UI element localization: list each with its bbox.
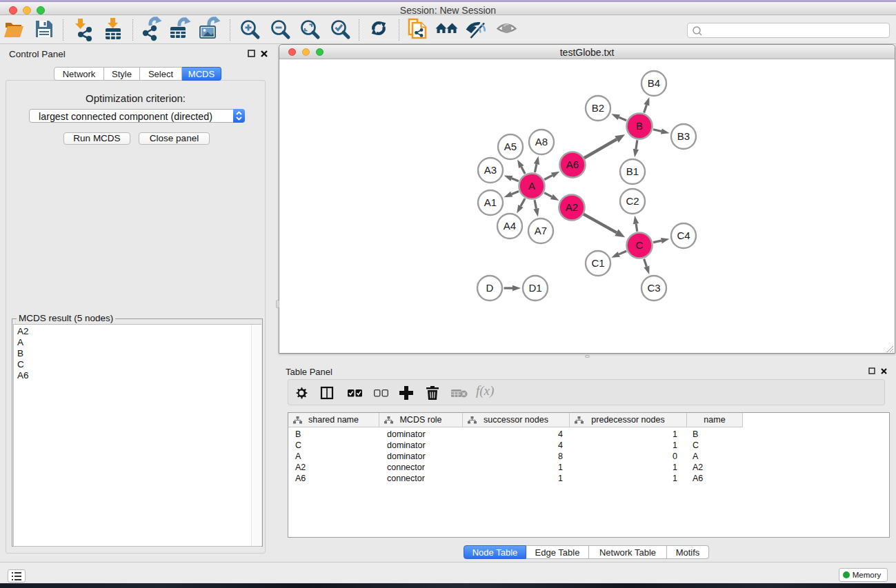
- svg-text:C2: C2: [626, 195, 639, 207]
- svg-text:A4: A4: [504, 220, 516, 232]
- svg-text:D1: D1: [528, 282, 541, 294]
- svg-text:A6: A6: [566, 159, 579, 170]
- svg-text:B4: B4: [648, 77, 660, 89]
- svg-text:C1: C1: [591, 257, 604, 269]
- svg-text:A1: A1: [484, 196, 497, 208]
- svg-text:C4: C4: [677, 230, 690, 241]
- svg-text:C: C: [636, 239, 644, 251]
- svg-text:B2: B2: [592, 102, 604, 114]
- svg-text:D: D: [486, 282, 494, 294]
- svg-text:A: A: [528, 180, 535, 192]
- svg-text:B3: B3: [677, 130, 690, 142]
- svg-text:A5: A5: [504, 141, 517, 152]
- svg-text:A8: A8: [535, 136, 548, 148]
- svg-text:B: B: [636, 120, 643, 132]
- svg-text:C3: C3: [647, 282, 660, 294]
- svg-text:A7: A7: [535, 225, 547, 236]
- svg-text:A3: A3: [484, 164, 497, 176]
- svg-text:A2: A2: [566, 201, 578, 213]
- svg-text:B1: B1: [626, 165, 639, 177]
